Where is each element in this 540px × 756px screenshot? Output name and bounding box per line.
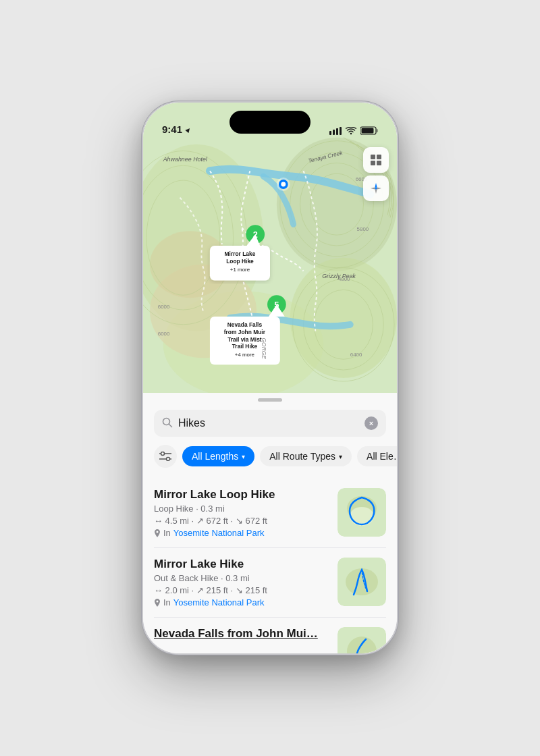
svg-point-63 — [167, 458, 170, 461]
result-1-stats: ↔ 4.5 mi · ↗ 672 ft · ↘ 672 ft — [154, 516, 329, 526]
svg-text:from John Muir: from John Muir — [224, 329, 266, 335]
filter-options-button[interactable] — [154, 445, 177, 468]
filter-all-route-types[interactable]: All Route Types ▾ — [260, 446, 352, 466]
svg-rect-54 — [377, 155, 381, 159]
result-3-thumbnail — [338, 627, 386, 653]
svg-rect-2 — [336, 128, 338, 135]
result-1-info: Mirror Lake Loop Hike Loop Hike · 0.3 mi… — [154, 488, 329, 538]
filter-all-lengths[interactable]: All Lengths ▾ — [182, 446, 254, 466]
status-time: 9:41 ▲ — [162, 124, 192, 135]
dynamic-island — [230, 111, 310, 134]
svg-point-67 — [350, 507, 374, 526]
compass-icon — [370, 182, 382, 194]
search-query: Hikes — [178, 417, 359, 429]
result-1-park: Yosemite National Park — [173, 528, 265, 538]
svg-rect-0 — [329, 131, 331, 135]
search-bar-container: Hikes × — [143, 410, 397, 445]
map-svg: 2 Mirror Lake Loop Hike +1 more 5 Nevada… — [143, 103, 397, 393]
svg-point-57 — [375, 188, 377, 190]
svg-text:+1 more: +1 more — [230, 267, 250, 273]
map-background: 2 Mirror Lake Loop Hike +1 more 5 Nevada… — [143, 103, 397, 393]
search-icon — [162, 417, 173, 430]
svg-text:6000: 6000 — [158, 304, 170, 310]
map-type-button[interactable] — [363, 147, 389, 173]
chevron-down-icon-2: ▾ — [339, 453, 342, 460]
drag-handle[interactable] — [258, 398, 282, 402]
svg-rect-5 — [377, 129, 379, 132]
svg-rect-1 — [333, 130, 335, 135]
result-3-info: Nevada Falls from John Mui… — [154, 627, 329, 643]
search-bar[interactable]: Hikes × — [154, 410, 386, 437]
wifi-icon — [346, 127, 356, 135]
filters-row: All Lengths ▾ All Route Types ▾ All Ele… — [143, 445, 397, 479]
result-2-name: Mirror Lake Hike — [154, 558, 329, 571]
result-item[interactable]: Mirror Lake Hike Out & Back Hike · 0.3 m… — [154, 548, 386, 618]
result-1-location: In Yosemite National Park — [154, 528, 329, 538]
svg-text:4800: 4800 — [338, 276, 350, 282]
map-grid-icon — [369, 153, 383, 167]
svg-point-26 — [281, 182, 286, 187]
chevron-down-icon: ▾ — [242, 453, 245, 460]
map-container[interactable]: 2 Mirror Lake Loop Hike +1 more 5 Nevada… — [143, 103, 397, 393]
location-button[interactable] — [363, 176, 389, 201]
result-1-name: Mirror Lake Loop Hike — [154, 488, 329, 502]
result-1-type: Loop Hike · 0.3 mi — [154, 504, 329, 514]
location-pin-icon-2 — [154, 599, 161, 607]
search-clear-button[interactable]: × — [364, 416, 378, 430]
filter-all-lengths-label: All Lengths — [192, 451, 238, 462]
svg-rect-6 — [362, 128, 374, 134]
svg-text:Loop Hike: Loop Hike — [226, 258, 254, 265]
svg-text:Ahwahnee Hotel: Ahwahnee Hotel — [163, 156, 208, 163]
filter-all-route-types-label: All Route Types — [269, 451, 335, 462]
result-2-thumbnail — [338, 558, 386, 606]
svg-text:6000: 6000 — [158, 331, 170, 337]
location-arrow-icon: ▲ — [183, 124, 194, 134]
svg-rect-53 — [371, 155, 375, 159]
result-item[interactable]: Nevada Falls from John Mui… — [154, 618, 386, 653]
svg-text:GORGE: GORGE — [261, 338, 267, 360]
results-list: Mirror Lake Loop Hike Loop Hike · 0.3 mi… — [143, 479, 397, 653]
battery-icon — [360, 126, 378, 135]
result-2-location: In Yosemite National Park — [154, 597, 329, 608]
svg-text:Trail Hike: Trail Hike — [232, 343, 258, 350]
svg-point-61 — [161, 452, 165, 456]
svg-text:Mirror Lake: Mirror Lake — [225, 250, 256, 257]
svg-rect-3 — [340, 127, 342, 135]
result-2-info: Mirror Lake Hike Out & Back Hike · 0.3 m… — [154, 558, 329, 608]
svg-rect-56 — [377, 161, 381, 165]
phone-frame: 9:41 ▲ — [142, 101, 398, 655]
status-icons — [329, 126, 378, 135]
phone-screen: 2 Mirror Lake Loop Hike +1 more 5 Nevada… — [143, 103, 397, 653]
result-2-stats: ↔ 2.0 mi · ↗ 215 ft · ↘ 215 ft — [154, 585, 329, 595]
result-item[interactable]: Mirror Lake Loop Hike Loop Hike · 0.3 mi… — [154, 479, 386, 548]
svg-text:5800: 5800 — [357, 226, 369, 232]
signal-icon — [329, 127, 342, 135]
result-2-park: Yosemite National Park — [173, 597, 265, 608]
location-pin-icon — [154, 529, 161, 537]
svg-text:Nevada Falls: Nevada Falls — [227, 321, 263, 328]
map-controls — [363, 147, 389, 201]
svg-text:Trail via Mist: Trail via Mist — [227, 336, 262, 343]
svg-line-59 — [169, 424, 172, 427]
sliders-icon — [159, 452, 171, 461]
filter-all-ele[interactable]: All Ele… — [357, 446, 397, 466]
bottom-sheet: Hikes × All Lengths — [143, 393, 397, 653]
svg-text:+4 more: +4 more — [235, 352, 255, 358]
svg-text:6400: 6400 — [350, 352, 362, 358]
clock: 9:41 — [162, 124, 182, 135]
svg-point-64 — [157, 531, 159, 533]
result-1-thumbnail — [338, 488, 386, 537]
svg-point-70 — [346, 568, 378, 595]
result-2-type: Out & Back Hike · 0.3 mi — [154, 573, 329, 583]
result-3-name: Nevada Falls from John Mui… — [154, 627, 329, 641]
filter-all-ele-label: All Ele… — [367, 451, 397, 462]
svg-rect-55 — [371, 161, 375, 165]
svg-point-68 — [157, 600, 159, 602]
